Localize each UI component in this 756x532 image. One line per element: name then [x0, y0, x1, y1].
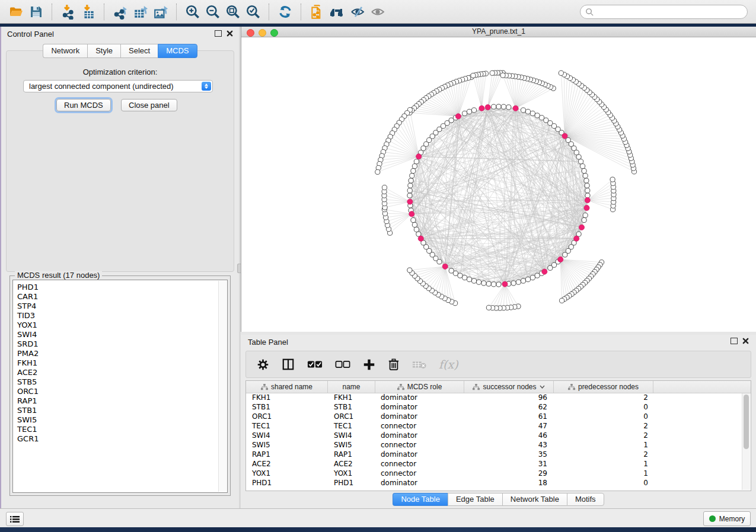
zoom-out-icon — [205, 4, 221, 20]
tab-select[interactable]: Select — [120, 44, 158, 58]
tab-node-table[interactable]: Node Table — [393, 493, 448, 506]
tab-network[interactable]: Network — [43, 44, 87, 58]
mcds-result-item[interactable]: GCR1 — [13, 434, 227, 444]
tab-mcds[interactable]: MCDS — [158, 44, 197, 58]
mcds-result-item[interactable]: ACE2 — [13, 368, 227, 377]
delete-table-icon[interactable] — [412, 360, 426, 369]
function-builder-icon[interactable]: f(x) — [439, 358, 458, 371]
network-view-window[interactable]: YPA_prune.txt_1 — [241, 27, 756, 332]
mcds-result-item[interactable]: FKH1 — [13, 358, 227, 368]
share-network-button[interactable] — [307, 2, 327, 21]
export-network-button[interactable] — [110, 2, 130, 21]
table-body: FKH1FKH1dominator962STB1STB1dominator620… — [246, 393, 742, 491]
tab-style[interactable]: Style — [87, 44, 120, 58]
show-columns-icon[interactable] — [282, 358, 295, 371]
import-network-button[interactable] — [58, 2, 78, 21]
network-canvas[interactable] — [241, 37, 755, 331]
column-header-mcds-role[interactable]: MCDS role — [375, 381, 464, 393]
close-panel-button[interactable]: Close panel — [121, 99, 177, 111]
node-table: shared namename MCDS role successor node… — [245, 380, 751, 491]
criterion-value: largest connected component (undirected) — [29, 82, 174, 91]
mcds-result-item[interactable]: STB5 — [13, 377, 227, 387]
table-row[interactable]: YOX1YOX1connector291 — [246, 469, 742, 478]
run-mcds-button[interactable]: Run MCDS — [56, 99, 111, 111]
zoom-selected-button[interactable] — [243, 2, 263, 21]
column-header-successor-nodes[interactable]: successor nodes — [464, 381, 554, 393]
close-panel-icon[interactable] — [742, 338, 749, 344]
refresh-view-button[interactable] — [275, 2, 295, 21]
open-folder-icon — [8, 5, 24, 19]
table-scrollbar[interactable] — [742, 393, 750, 490]
result-scrollbar[interactable] — [218, 281, 227, 492]
mcds-result-item[interactable]: TID3 — [13, 311, 227, 321]
table-panel-title: Table Panel — [248, 338, 288, 347]
toolbar-separator — [52, 4, 53, 20]
export-image-button[interactable] — [151, 2, 171, 21]
mcds-result-item[interactable]: ORC1 — [13, 387, 227, 396]
tab-network-table[interactable]: Network Table — [502, 493, 567, 506]
zoom-out-button[interactable] — [203, 2, 223, 21]
float-panel-icon[interactable] — [731, 338, 738, 344]
table-row[interactable]: ORC1ORC1dominator610 — [246, 412, 742, 421]
show-all-button[interactable] — [368, 2, 388, 21]
import-table-button[interactable] — [78, 2, 98, 21]
table-settings-gear-icon[interactable] — [257, 358, 269, 371]
main-toolbar — [0, 0, 756, 24]
tab-edge-table[interactable]: Edge Table — [448, 493, 502, 506]
column-header-filler — [653, 381, 751, 393]
table-row[interactable]: TEC1TEC1connector472 — [246, 421, 742, 431]
sort-desc-icon — [540, 385, 545, 389]
mcds-result-item[interactable]: SRD1 — [13, 339, 227, 349]
zoom-selected-icon — [245, 4, 261, 20]
zoom-in-button[interactable] — [183, 2, 203, 21]
network-window-titlebar[interactable]: YPA_prune.txt_1 — [241, 27, 756, 37]
float-panel-icon[interactable] — [215, 30, 222, 37]
tab-motifs[interactable]: Motifs — [567, 493, 604, 506]
control-panel: Control Panel NetworkStyleSelectMCDS Opt… — [1, 27, 239, 508]
mcds-result-item[interactable]: PHD1 — [13, 283, 227, 292]
table-row[interactable]: RAP1RAP1dominator352 — [246, 450, 742, 459]
table-row[interactable]: STB1STB1dominator620 — [246, 402, 742, 412]
export-table-button[interactable] — [130, 2, 151, 21]
mcds-result-item[interactable]: SWI4 — [13, 330, 227, 339]
hide-selected-button[interactable] — [347, 2, 368, 21]
criterion-select[interactable]: largest connected component (undirected) — [23, 80, 213, 92]
save-session-button[interactable] — [26, 2, 46, 21]
mcds-result-item[interactable]: CAR1 — [13, 292, 227, 302]
task-list-icon — [10, 515, 20, 523]
select-all-icon[interactable] — [307, 360, 323, 369]
close-panel-icon[interactable] — [227, 30, 233, 37]
desktop-wallpaper-strip — [0, 527, 756, 532]
search-input[interactable] — [580, 5, 748, 19]
create-column-plus-icon[interactable] — [363, 358, 375, 371]
zoom-fit-button[interactable] — [223, 2, 243, 21]
first-neighbors-button[interactable] — [327, 2, 347, 21]
column-header-name[interactable]: name — [328, 381, 375, 393]
mcds-result-item[interactable]: STP4 — [13, 302, 227, 311]
export-network-icon — [113, 4, 128, 20]
mcds-result-item[interactable]: SWI5 — [13, 415, 227, 425]
delete-column-trash-icon[interactable] — [388, 358, 400, 371]
open-session-button[interactable] — [6, 2, 26, 21]
table-row[interactable]: SWI5SWI5connector431 — [246, 440, 742, 450]
mcds-result-item[interactable]: YOX1 — [13, 321, 227, 330]
toolbar-separator — [269, 4, 270, 20]
mcds-result-item[interactable]: PMA2 — [13, 349, 227, 358]
mcds-result-item[interactable]: TEC1 — [13, 425, 227, 434]
table-row[interactable]: SWI4SWI4dominator462 — [246, 431, 742, 440]
memory-button[interactable]: Memory — [703, 511, 751, 526]
mcds-result-item[interactable]: RAP1 — [13, 396, 227, 406]
table-row[interactable]: ACE2ACE2connector311 — [246, 459, 742, 469]
table-row[interactable]: PHD1PHD1dominator180 — [246, 478, 742, 488]
table-panel-tabs: Node TableEdge TableNetwork TableMotifs — [241, 493, 756, 506]
column-header-shared-name[interactable]: shared name — [246, 381, 328, 393]
status-bar: Memory — [0, 508, 756, 527]
table-row[interactable]: FKH1FKH1dominator962 — [246, 393, 742, 402]
mcds-result-group: MCDS result (17 nodes) PHD1CAR1STP4TID3Y… — [9, 275, 231, 496]
mcds-result-item[interactable]: STB1 — [13, 406, 227, 415]
column-header-predecessor-nodes[interactable]: predecessor nodes — [554, 381, 653, 393]
deselect-all-icon[interactable] — [335, 360, 350, 369]
task-history-button[interactable] — [6, 512, 24, 526]
mcds-result-list[interactable]: PHD1CAR1STP4TID3YOX1SWI4SRD1PMA2FKH1ACE2… — [12, 280, 228, 493]
column-namespace-icon — [261, 384, 268, 390]
